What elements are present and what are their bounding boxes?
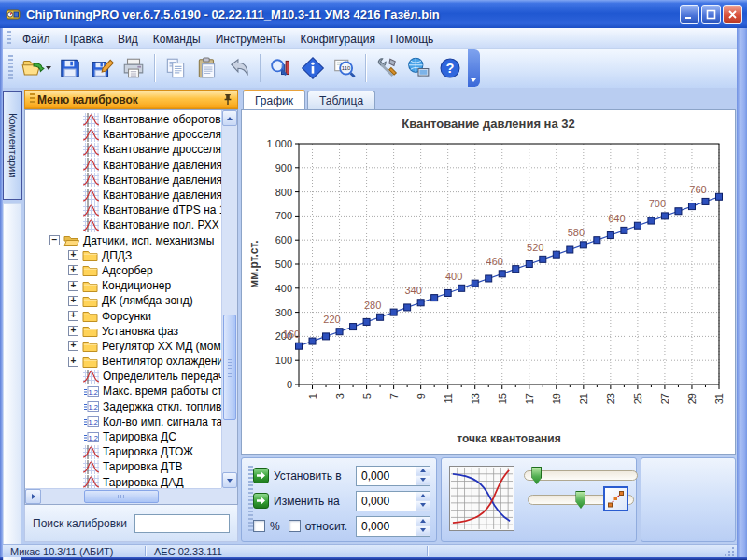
print-icon xyxy=(121,56,146,80)
copy-button[interactable] xyxy=(160,52,191,84)
tree-item[interactable]: +Регулятор ХХ МД (мом xyxy=(25,339,221,354)
tree-item[interactable]: Определитель передачи xyxy=(25,369,221,384)
chart-compare-button[interactable] xyxy=(265,52,297,84)
tree-item[interactable]: +ДПДЗ xyxy=(25,248,221,263)
set-to-value[interactable]: 0,000 xyxy=(357,467,416,485)
spin-down-button[interactable] xyxy=(416,476,430,485)
tree-item[interactable]: Квантование давления xyxy=(25,158,221,173)
tree-item[interactable]: 1.2Задержка откл. топлив xyxy=(25,399,221,414)
scroll-right-button[interactable] xyxy=(25,489,41,504)
apply-set-button[interactable] xyxy=(253,468,269,483)
svg-text:21: 21 xyxy=(577,393,588,404)
scroll-up-button[interactable] xyxy=(222,110,237,126)
open-file-button[interactable] xyxy=(17,52,49,84)
tree-item[interactable]: Тарировка ДТВ xyxy=(25,459,221,474)
change-by-spinbox[interactable]: 0,000 xyxy=(356,491,430,511)
quantization-chart[interactable]: 01002003004005006007008009001 0001357911… xyxy=(245,131,733,448)
toolbar-overflow-button[interactable] xyxy=(468,49,480,87)
relative-value[interactable]: 0,000 xyxy=(357,517,416,536)
tree-item[interactable]: Квантование давления xyxy=(25,173,221,188)
tree-item[interactable]: Квантование дросселя xyxy=(25,142,221,157)
percent-checkbox[interactable] xyxy=(253,520,265,532)
collapse-minus-icon[interactable]: − xyxy=(49,235,60,245)
undo-button[interactable] xyxy=(223,52,255,84)
tree-item[interactable]: Квантование dTPS на 1 xyxy=(25,203,221,217)
tree-vertical-scrollbar[interactable] xyxy=(221,110,237,488)
menu-item[interactable]: Команды xyxy=(146,30,208,49)
spin-up-button[interactable] xyxy=(416,492,430,501)
slider-thumb[interactable] xyxy=(575,491,585,509)
maximize-button[interactable] xyxy=(701,5,721,24)
tree-item[interactable]: Квантование дросселя xyxy=(25,127,221,142)
settings-tools-button[interactable] xyxy=(371,52,402,84)
save-button[interactable] xyxy=(54,52,86,84)
tree-item[interactable]: −Датчики, исп. механизмы xyxy=(25,233,221,248)
menu-item[interactable]: Файл xyxy=(15,30,58,49)
spin-down-button[interactable] xyxy=(416,501,430,511)
curve-slider-1[interactable] xyxy=(524,470,638,481)
tree-item[interactable]: Тарировка ДАД xyxy=(25,475,221,489)
paste-button[interactable] xyxy=(191,52,223,84)
set-to-spinbox[interactable]: 0,000 xyxy=(356,466,430,486)
relative-checkbox[interactable] xyxy=(289,520,301,532)
spin-up-button[interactable] xyxy=(416,467,430,476)
apply-change-button[interactable] xyxy=(253,493,269,509)
expand-plus-icon[interactable]: + xyxy=(68,296,78,306)
linear-interpolation-button[interactable] xyxy=(603,486,628,511)
minimize-icon xyxy=(684,9,695,20)
close-button[interactable] xyxy=(723,5,742,24)
expand-plus-icon[interactable]: + xyxy=(68,357,78,367)
web-update-button[interactable] xyxy=(402,52,434,84)
resize-grip[interactable] xyxy=(723,546,736,557)
tree-item[interactable]: 1.2Тарировка ДС xyxy=(25,429,221,444)
tree-item[interactable]: +Форсунки xyxy=(25,308,221,323)
print-button[interactable] xyxy=(118,52,149,84)
tree-horizontal-scrollbar[interactable] xyxy=(25,488,221,504)
svg-text:15: 15 xyxy=(496,393,507,404)
horizontal-scroll-thumb[interactable] xyxy=(84,490,159,503)
help-button[interactable]: ? xyxy=(434,52,466,84)
minimize-button[interactable] xyxy=(680,5,699,24)
expand-plus-icon[interactable]: + xyxy=(68,326,78,336)
expand-plus-icon[interactable]: + xyxy=(68,311,78,321)
dropdown-caret-icon[interactable] xyxy=(46,66,51,70)
search-area: Поиск калибровки xyxy=(24,505,238,542)
tree-item[interactable]: +Вентилятор охлаждени xyxy=(25,354,221,369)
menu-item[interactable]: Инструменты xyxy=(208,30,293,49)
tree-item[interactable]: Тарировка ДТОЖ xyxy=(25,444,221,459)
tree-item[interactable]: 1.2Макс. время работы ст xyxy=(25,384,221,399)
expand-plus-icon[interactable]: + xyxy=(68,265,78,275)
menu-item[interactable]: Помощь xyxy=(383,30,441,49)
spin-up-button[interactable] xyxy=(416,517,430,526)
menu-item[interactable]: Вид xyxy=(110,30,146,49)
pin-icon[interactable] xyxy=(222,93,233,105)
menu-item[interactable]: Конфигурация xyxy=(292,30,383,49)
tree-item[interactable]: Квантование пол. РХХ xyxy=(25,217,221,232)
tree-item[interactable]: +Кондиционер xyxy=(25,278,221,293)
slider-thumb[interactable] xyxy=(531,467,542,484)
relative-spinbox[interactable]: 0,000 xyxy=(356,516,430,537)
tree-item[interactable]: +Адсорбер xyxy=(25,263,221,278)
tab-table[interactable]: Таблица xyxy=(307,91,375,109)
menu-item[interactable]: Правка xyxy=(58,30,111,49)
zoom-preview-button[interactable]: 110 xyxy=(329,52,360,84)
expand-plus-icon[interactable]: + xyxy=(68,250,78,260)
tree-item[interactable]: +ДК (лямбда-зонд) xyxy=(25,293,221,308)
expand-plus-icon[interactable]: + xyxy=(68,281,78,291)
save-as-button[interactable] xyxy=(86,52,118,84)
search-input[interactable] xyxy=(134,514,230,533)
spin-down-button[interactable] xyxy=(416,526,430,536)
workspace: Комментарии Меню калибровок Квантование … xyxy=(3,88,737,544)
info-button[interactable] xyxy=(297,52,329,84)
comments-side-tab[interactable]: Комментарии xyxy=(3,91,22,200)
tree-item[interactable]: Квантование оборотов xyxy=(25,112,221,127)
tree-item[interactable]: Квантование давления xyxy=(25,188,221,203)
tree-item[interactable]: 1.2Кол-во имп. сигнала та xyxy=(25,414,221,429)
vertical-scroll-thumb[interactable] xyxy=(223,315,236,420)
expand-plus-icon[interactable]: + xyxy=(68,341,78,351)
folder-icon xyxy=(82,310,98,322)
change-by-value[interactable]: 0,000 xyxy=(357,492,416,511)
tab-graph[interactable]: График xyxy=(243,90,305,109)
tree-item[interactable]: +Установка фаз xyxy=(25,324,221,339)
scroll-down-button[interactable] xyxy=(222,472,237,488)
